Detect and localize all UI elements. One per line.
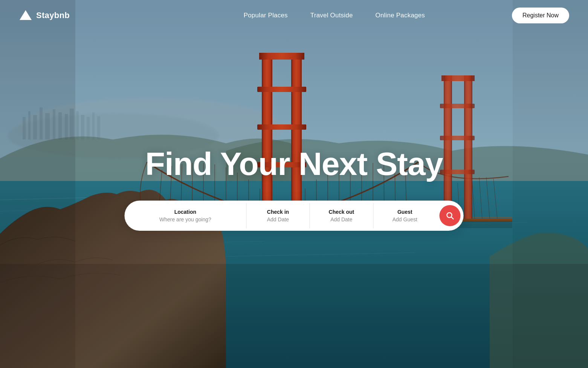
guest-label: Guest	[382, 209, 427, 215]
hero-content: Find Your Next Stay Location Where are y…	[0, 146, 588, 231]
svg-line-75	[451, 217, 454, 219]
checkin-placeholder: Add Date	[255, 216, 300, 222]
nav-popular-places[interactable]: Popular Places	[244, 12, 288, 19]
svg-rect-72	[0, 264, 588, 368]
hero-title: Find Your Next Stay	[0, 146, 588, 182]
checkin-label: Check in	[255, 209, 300, 215]
checkin-field[interactable]: Check in Add Date	[246, 203, 310, 228]
nav-links: Popular Places Travel Outside Online Pac…	[244, 12, 425, 19]
svg-marker-73	[20, 10, 32, 20]
search-icon	[446, 211, 455, 220]
location-field[interactable]: Location Where are you going?	[125, 203, 247, 228]
guest-field[interactable]: Guest Add Guest	[373, 203, 436, 228]
location-placeholder: Where are you going?	[136, 216, 235, 222]
checkout-placeholder: Add Date	[319, 216, 364, 222]
navigation: Staybnb Popular Places Travel Outside On…	[0, 0, 588, 31]
hero-section: Staybnb Popular Places Travel Outside On…	[0, 0, 588, 368]
nav-online-packages[interactable]: Online Packages	[376, 12, 425, 19]
checkout-label: Check out	[319, 209, 364, 215]
brand-name: Staybnb	[36, 11, 70, 20]
guest-placeholder: Add Guest	[382, 216, 427, 222]
search-bar: Location Where are you going? Check in A…	[125, 201, 464, 231]
logo-icon	[19, 9, 32, 22]
location-label: Location	[136, 209, 235, 215]
logo[interactable]: Staybnb	[19, 9, 70, 22]
nav-travel-outside[interactable]: Travel Outside	[310, 12, 353, 19]
search-button[interactable]	[440, 205, 461, 226]
register-button[interactable]: Register Now	[512, 8, 569, 23]
checkout-field[interactable]: Check out Add Date	[310, 203, 373, 228]
